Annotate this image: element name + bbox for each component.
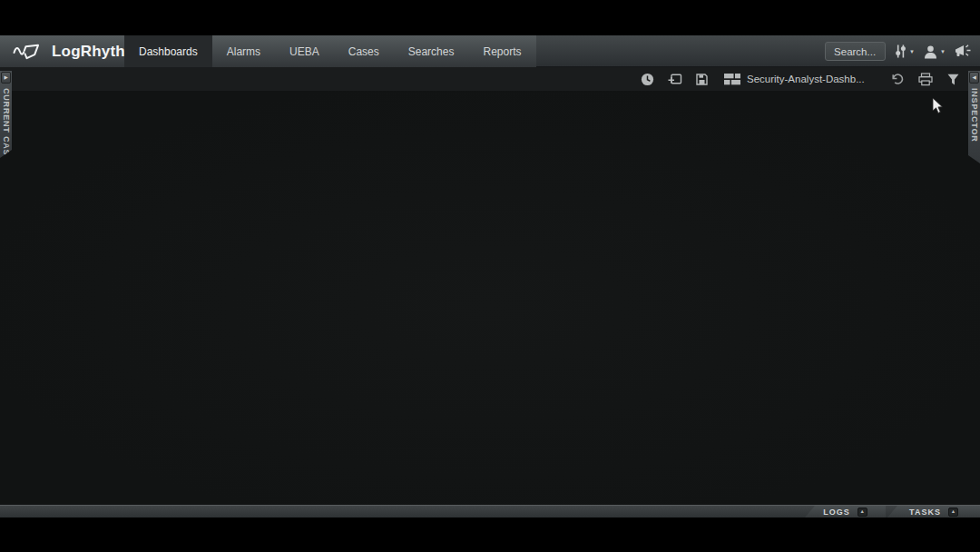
- chevron-down-icon: ▼: [940, 48, 946, 55]
- dashboard-grid-icon: [724, 74, 740, 85]
- tasks-expand-button[interactable]: ▲: [948, 508, 958, 517]
- filter-button[interactable]: [947, 74, 959, 85]
- bottom-status-bar: LOGS ▲ TASKS ▲: [0, 505, 980, 518]
- save-dashboard-button[interactable]: [695, 73, 709, 86]
- sliders-icon: [894, 44, 907, 59]
- collapse-left-icon: ◀: [972, 75, 975, 81]
- nav-tab-dashboards[interactable]: Dashboards: [124, 35, 212, 67]
- display-settings-menu[interactable]: ▼: [894, 44, 915, 59]
- user-menu[interactable]: ▼: [923, 44, 946, 59]
- current-case-label: CURRENT CASE: [2, 88, 11, 162]
- user-icon: [923, 44, 938, 59]
- dashboard-selector[interactable]: Security-Analyst-Dashb...: [724, 74, 865, 85]
- expand-right-icon: ▶: [4, 75, 7, 81]
- arrow-up-icon: ▲: [951, 509, 956, 515]
- current-case-panel-tab[interactable]: ▶ CURRENT CASE: [0, 71, 12, 158]
- chevron-down-icon: ▼: [909, 48, 915, 55]
- dashboard-toolbar: Security-Analyst-Dashb...: [0, 67, 980, 91]
- megaphone-icon: [954, 44, 973, 59]
- main-navbar: LogRhythm ™ Dashboards Alarms UEBA Cases…: [0, 35, 980, 67]
- arrow-up-icon: ▲: [860, 509, 865, 515]
- logrhythm-logo-icon: [13, 42, 45, 62]
- print-button[interactable]: [918, 73, 933, 86]
- logs-tab-label: LOGS: [823, 508, 850, 517]
- primary-nav-tabs: Dashboards Alarms UEBA Cases Searches Re…: [124, 35, 536, 67]
- dashboard-name: Security-Analyst-Dashb...: [747, 74, 865, 84]
- inspector-label: INSPECTOR: [970, 88, 979, 143]
- dashboard-content-area: [0, 91, 980, 505]
- inspector-panel-tab[interactable]: ◀ INSPECTOR: [968, 71, 980, 163]
- time-range-button[interactable]: [641, 73, 654, 86]
- logrhythm-logo[interactable]: LogRhythm ™: [0, 35, 124, 67]
- tasks-dock-tab[interactable]: TASKS ▲: [887, 506, 980, 518]
- inspector-collapse-tab-button[interactable]: ◀: [969, 72, 979, 84]
- current-case-expand-button[interactable]: ▶: [1, 72, 11, 84]
- mouse-cursor: [932, 97, 944, 114]
- nav-tab-ueba[interactable]: UEBA: [275, 35, 334, 67]
- top-black-strip: [0, 0, 980, 35]
- nav-tab-searches[interactable]: Searches: [394, 35, 469, 67]
- announcements-button[interactable]: [954, 44, 973, 59]
- nav-tab-reports[interactable]: Reports: [468, 35, 535, 67]
- logs-expand-button[interactable]: ▲: [858, 508, 867, 517]
- nav-tab-cases[interactable]: Cases: [334, 35, 394, 67]
- tasks-tab-label: TASKS: [909, 508, 941, 517]
- logrhythm-app-window: LogRhythm ™ Dashboards Alarms UEBA Cases…: [0, 0, 980, 552]
- bottom-black-strip: [0, 518, 980, 552]
- add-widget-button[interactable]: [667, 73, 682, 86]
- logs-dock-tab[interactable]: LOGS ▲: [805, 506, 886, 518]
- reset-dashboard-button[interactable]: [890, 73, 904, 86]
- search-input[interactable]: Search...: [825, 42, 886, 61]
- nav-tab-alarms[interactable]: Alarms: [212, 35, 275, 67]
